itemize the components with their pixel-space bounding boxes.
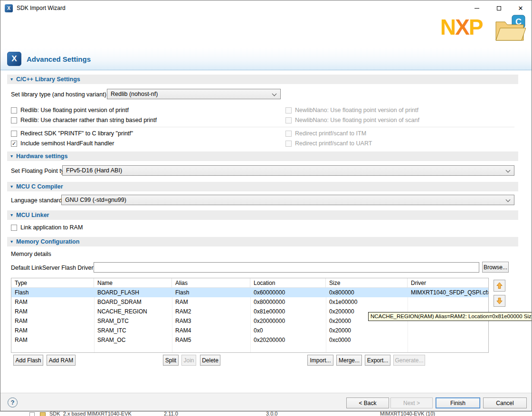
collapse-triangle-icon: ▾ bbox=[10, 184, 13, 189]
add-ram-button[interactable]: Add RAM bbox=[47, 355, 76, 366]
section-mcu-c-compiler[interactable]: ▾ MCU C Compiler bbox=[7, 182, 518, 191]
cancel-button[interactable]: Cancel bbox=[483, 397, 527, 408]
column-header-size[interactable]: Size bbox=[326, 278, 408, 287]
window-title: SDK Import Wizard bbox=[17, 5, 66, 11]
finish-button[interactable]: Finish bbox=[436, 397, 480, 408]
checkbox-box bbox=[285, 117, 292, 123]
collapse-triangle-icon: ▾ bbox=[10, 77, 13, 82]
flash-driver-input[interactable] bbox=[94, 262, 479, 273]
app-icon: X bbox=[5, 4, 13, 12]
maximize-button[interactable] bbox=[488, 0, 510, 16]
next-button: Next > bbox=[390, 397, 433, 408]
table-row-board-sdram[interactable]: RAM BOARD_SDRAM RAM 0x80000000 0x1e00000 bbox=[11, 297, 488, 307]
checkbox-redirect-uart: Redirect printf/scanf to UART bbox=[285, 140, 372, 147]
collapse-triangle-icon: ▾ bbox=[10, 154, 13, 159]
section-title: MCU Linker bbox=[16, 212, 49, 218]
column-header-name[interactable]: Name bbox=[94, 278, 172, 287]
chevron-down-icon bbox=[506, 168, 511, 173]
generate-button: Generate... bbox=[393, 355, 425, 366]
c-project-folder-icon: C bbox=[494, 15, 526, 45]
divider bbox=[11, 127, 514, 127]
background-window-strip[interactable]: SDK_2.x based MIMXRT1040-EVK 2.11.0 3.0.… bbox=[0, 411, 532, 416]
join-button: Join bbox=[181, 355, 196, 366]
flash-driver-label: Default LinkServer Flash Driver bbox=[11, 265, 94, 271]
minimize-icon bbox=[475, 8, 479, 9]
floating-point-label: Set Floating Point type bbox=[11, 168, 71, 174]
wizard-header: X Advanced Settings bbox=[0, 48, 532, 70]
titlebar[interactable]: X SDK Import Wizard ✕ bbox=[0, 0, 532, 16]
section-title: C/C++ Library Settings bbox=[16, 76, 80, 83]
checkbox-include-semihost-hardfault[interactable]: ✓ Include semihost HardFault handler bbox=[11, 140, 114, 147]
language-standard-select[interactable]: GNU C99 (-std=gnu99) bbox=[61, 195, 514, 205]
section-title: Hardware settings bbox=[16, 153, 67, 160]
page-title: Advanced Settings bbox=[27, 55, 91, 63]
floating-point-value: FPv5-D16 (Hard ABI) bbox=[66, 167, 122, 174]
checkbox-box-checked: ✓ bbox=[11, 141, 17, 147]
background-sdk-version: 2.11.0 bbox=[164, 411, 178, 416]
library-type-value: Redlib (nohost-nf) bbox=[111, 91, 158, 97]
checkbox-box bbox=[11, 225, 17, 231]
floating-point-select[interactable]: FPv5-D16 (Hard ABI) bbox=[62, 165, 514, 176]
checkbox-newlibnano-float-scanf: NewlibNano: Use floating point version o… bbox=[285, 116, 419, 124]
background-checkbox-icon bbox=[29, 412, 35, 416]
background-sdk-name: SDK_2.x based MIMXRT1040-EVK bbox=[49, 411, 132, 416]
column-header-alias[interactable]: Alias bbox=[172, 278, 250, 287]
arrow-up-icon bbox=[496, 282, 503, 289]
checkbox-box bbox=[11, 107, 17, 113]
column-header-location[interactable]: Location bbox=[250, 278, 326, 287]
column-header-driver[interactable]: Driver bbox=[408, 278, 488, 287]
table-row-board-flash[interactable]: Flash BOARD_FLASH Flash 0x60000000 0x800… bbox=[11, 288, 488, 297]
background-boards: MIMXRT1040-EVK (10) bbox=[380, 411, 435, 416]
section-hardware-settings[interactable]: ▾ Hardware settings bbox=[7, 151, 518, 161]
language-standard-value: GNU C99 (-std=gnu99) bbox=[65, 197, 126, 203]
merge-button[interactable]: Merge... bbox=[336, 355, 362, 366]
checkbox-box bbox=[11, 131, 17, 137]
memory-table-header: Type Name Alias Location Size Driver bbox=[11, 278, 488, 288]
import-button[interactable]: Import... bbox=[307, 355, 333, 366]
collapse-triangle-icon: ▾ bbox=[10, 213, 13, 217]
window-controls: ✕ bbox=[466, 0, 532, 16]
checkbox-redlib-float-printf[interactable]: Redlib: Use floating point version of pr… bbox=[11, 106, 129, 114]
delete-button[interactable]: Delete bbox=[200, 355, 220, 366]
section-title: MCU C Compiler bbox=[16, 183, 63, 190]
checkbox-box bbox=[11, 117, 17, 123]
minimize-button[interactable] bbox=[466, 0, 488, 16]
language-standard-label: Language standard bbox=[11, 197, 62, 204]
checkbox-redlib-char-printf[interactable]: Redlib: Use character rather than string… bbox=[11, 116, 157, 124]
chevron-down-icon bbox=[272, 92, 277, 96]
split-button[interactable]: Split bbox=[163, 355, 179, 366]
section-library-settings[interactable]: ▾ C/C++ Library Settings bbox=[7, 75, 518, 84]
checkbox-redirect-sdk-printf[interactable]: Redirect SDK "PRINTF" to C library "prin… bbox=[11, 130, 133, 137]
section-title: Memory Configuration bbox=[16, 238, 79, 245]
close-button[interactable]: ✕ bbox=[510, 0, 532, 16]
memory-row-tooltip: NCACHE_REGION(RAM) Alias=RAM2: Location=… bbox=[368, 312, 532, 321]
nxp-logo: NXP bbox=[440, 16, 483, 38]
maximize-icon bbox=[497, 6, 501, 10]
column-header-type[interactable]: Type bbox=[11, 278, 94, 287]
export-button[interactable]: Export... bbox=[365, 355, 390, 366]
table-row-sram-itc[interactable]: RAM SRAM_ITC RAM4 0x0 0x20000 bbox=[11, 326, 488, 335]
checkbox-box bbox=[285, 131, 292, 137]
move-up-button[interactable] bbox=[494, 280, 505, 292]
checkbox-box bbox=[285, 107, 292, 113]
sdk-import-wizard-window: X SDK Import Wizard ✕ NXP C X Advanced S… bbox=[0, 0, 532, 411]
browse-button[interactable]: Browse... bbox=[482, 262, 509, 273]
library-type-label: Set library type (and hosting variant) bbox=[11, 91, 106, 98]
checkbox-link-application-to-ram[interactable]: Link application to RAM bbox=[11, 224, 83, 231]
arrow-down-icon bbox=[496, 297, 503, 304]
memory-details-label: Memory details bbox=[11, 251, 51, 257]
library-type-select[interactable]: Redlib (nohost-nf) bbox=[107, 89, 281, 99]
checkbox-box bbox=[285, 141, 292, 147]
table-row-sram-oc[interactable]: RAM SRAM_OC RAM5 0x20200000 0xc0000 bbox=[11, 335, 488, 345]
help-icon[interactable]: ? bbox=[8, 397, 18, 407]
collapse-triangle-icon: ▾ bbox=[10, 239, 13, 244]
add-flash-button[interactable]: Add Flash bbox=[13, 355, 43, 366]
checkbox-newlibnano-float-printf: NewlibNano: Use floating point version o… bbox=[285, 106, 418, 114]
section-memory-configuration[interactable]: ▾ Memory Configuration bbox=[7, 237, 518, 246]
section-mcu-linker[interactable]: ▾ MCU Linker bbox=[7, 210, 518, 220]
chevron-down-icon bbox=[506, 198, 511, 202]
back-button[interactable]: < Back bbox=[346, 397, 389, 408]
move-down-button[interactable] bbox=[494, 295, 505, 307]
wizard-button-bar: ? < Back Next > Finish Cancel bbox=[0, 393, 532, 411]
checkbox-redirect-itm: Redirect printf/scanf to ITM bbox=[285, 130, 366, 137]
